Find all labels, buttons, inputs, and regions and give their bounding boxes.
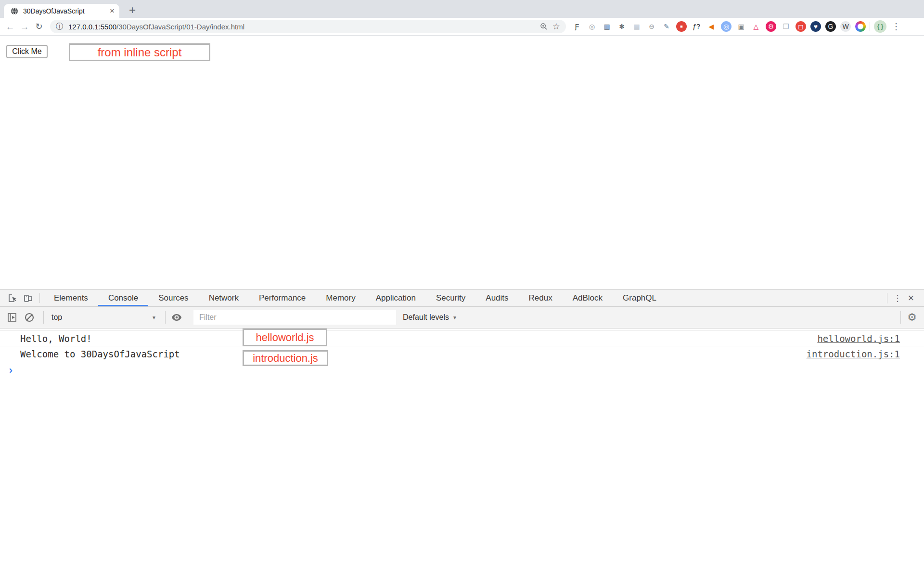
console-output: Hello, World! helloworld.js:1 Welcome to…	[0, 328, 924, 577]
atom-icon[interactable]: ◎	[587, 21, 597, 32]
stop-hand-icon[interactable]: ■	[676, 21, 687, 32]
devtools-tab-console[interactable]: Console	[98, 289, 148, 306]
live-expression-eye-icon[interactable]	[169, 311, 184, 324]
inline-script-output-box: from inline script	[69, 43, 210, 61]
dash-circle-icon[interactable]: ⊖	[646, 21, 657, 32]
devtools-tab-network[interactable]: Network	[199, 289, 249, 306]
devtools-menu-icon[interactable]: ⋮	[891, 293, 904, 303]
devtools-tab-redux[interactable]: Redux	[519, 289, 563, 306]
g-circle-icon[interactable]: G	[825, 21, 836, 32]
devtools-tab-adblock[interactable]: AdBlock	[563, 289, 613, 306]
address-bar[interactable]: ⓘ 127.0.0.1:5500/30DaysOfJavaScript/01-D…	[50, 20, 566, 33]
back-icon[interactable]: ←	[3, 22, 17, 31]
grid-icon[interactable]: ▦	[631, 21, 642, 32]
devtools-tab-memory[interactable]: Memory	[316, 289, 365, 306]
eyedropper-icon[interactable]: ✎	[661, 21, 672, 32]
toolbar-separator	[870, 22, 870, 31]
console-sidebar-icon[interactable]	[5, 312, 19, 323]
forward-icon[interactable]: →	[17, 22, 32, 31]
console-filter-input[interactable]	[193, 310, 396, 325]
reload-icon[interactable]: ↻	[32, 22, 46, 31]
url-host: 127.0.0.1:5500	[68, 23, 116, 31]
orb-icon[interactable]: ◎	[721, 21, 732, 32]
annotation-box-introduction: introduction.js	[243, 350, 328, 366]
devtools-close-icon[interactable]: ×	[904, 293, 918, 303]
click-me-button[interactable]: Click Me	[6, 45, 48, 58]
console-source-link[interactable]: helloworld.js:1	[817, 333, 900, 344]
tab-close-icon[interactable]: ×	[110, 7, 115, 15]
console-message-text: Welcome to 30DaysOfJavaScript	[20, 349, 807, 359]
chevron-down-icon: ▼	[152, 315, 156, 320]
clear-console-icon[interactable]	[22, 312, 37, 323]
execution-context-select[interactable]: top ▼	[48, 313, 161, 322]
devtools-tab-elements[interactable]: Elements	[44, 289, 98, 306]
bookmark-star-icon[interactable]: ☆	[552, 22, 560, 31]
levels-label: Default levels	[403, 313, 449, 322]
math-f-icon[interactable]: ƒ?	[691, 21, 702, 32]
browser-toolbar: ← → ↻ ⓘ 127.0.0.1:5500/30DaysOfJavaScrip…	[0, 18, 924, 36]
devtools-tab-security[interactable]: Security	[426, 289, 475, 306]
bug-icon[interactable]: ✱	[616, 21, 627, 32]
devtools-tab-audits[interactable]: Audits	[475, 289, 518, 306]
console-message-text: Hello, World!	[20, 333, 817, 344]
devtools-right-controls: ⋮ ×	[883, 289, 924, 306]
new-tab-button[interactable]: +	[125, 3, 140, 17]
console-source-link[interactable]: introduction.js:1	[807, 349, 900, 359]
rainbow-circle-icon[interactable]	[855, 21, 866, 32]
site-info-icon[interactable]: ⓘ	[56, 23, 64, 30]
log-levels-select[interactable]: Default levels ▼	[403, 313, 457, 322]
console-toolbar-separator	[165, 311, 166, 324]
gear-pink-icon[interactable]: ⚙	[766, 21, 776, 32]
tab-title: 30DaysOfJavaScript	[23, 7, 105, 15]
zoom-icon[interactable]	[540, 23, 548, 30]
fonts-ninja-icon[interactable]: Ƒ	[572, 21, 582, 32]
url-path: /30DaysOfJavaScript/01-Day/index.html	[116, 23, 244, 31]
globe-favicon-icon	[11, 7, 18, 15]
console-prompt-chevron-icon: ›	[8, 365, 14, 376]
extensions-row: Ƒ◎▥✱▦⊖✎■ƒ?◀◎▣△⚙❒◻♥GW	[572, 21, 866, 32]
page-content: Click Me from inline script	[0, 36, 924, 289]
camera-icon[interactable]: ▣	[736, 21, 746, 32]
browser-tab-strip: 30DaysOfJavaScript × +	[0, 0, 924, 18]
heart-search-icon[interactable]: ♥	[810, 21, 821, 32]
steps-icon[interactable]: ❒	[781, 21, 791, 32]
chevron-down-icon: ▼	[452, 315, 457, 320]
devtools-separator	[39, 293, 40, 303]
devtools-tab-bar: ElementsConsoleSourcesNetworkPerformance…	[0, 289, 924, 307]
console-prompt-row[interactable]: ›	[0, 362, 924, 379]
megaphone-icon[interactable]: ◀	[706, 21, 717, 32]
console-message-row: Welcome to 30DaysOfJavaScript introducti…	[0, 346, 924, 362]
url-text[interactable]: 127.0.0.1:5500/30DaysOfJavaScript/01-Day…	[68, 23, 535, 31]
console-message-row: Hello, World! helloworld.js:1	[0, 330, 924, 346]
devtools-tab-graphql[interactable]: GraphQL	[613, 289, 667, 306]
chrome-menu-icon[interactable]: ⋮	[891, 21, 901, 32]
devtools-separator	[887, 293, 887, 303]
devtools-panel: ElementsConsoleSourcesNetworkPerformance…	[0, 289, 924, 578]
context-selected-value: top	[51, 313, 62, 322]
profile-avatar[interactable]: { }	[874, 20, 886, 33]
console-toolbar-separator	[900, 311, 901, 324]
console-settings-gear-icon[interactable]: ⚙	[905, 312, 919, 323]
devtools-tab-performance[interactable]: Performance	[249, 289, 316, 306]
devtools-tab-application[interactable]: Application	[366, 289, 426, 306]
bookmark-red-icon[interactable]: ◻	[796, 21, 806, 32]
devtools-tabs: ElementsConsoleSourcesNetworkPerformance…	[44, 289, 667, 306]
device-toolbar-icon[interactable]	[20, 289, 36, 306]
console-toolbar: top ▼ Default levels ▼ ⚙	[0, 307, 924, 328]
console-toolbar-separator	[43, 311, 44, 324]
w-circle-icon[interactable]: W	[840, 21, 851, 32]
annotation-box-helloworld: helloworld.js	[243, 328, 327, 346]
inspect-element-icon[interactable]	[5, 289, 20, 306]
browser-tab[interactable]: 30DaysOfJavaScript ×	[4, 4, 119, 18]
columns-icon[interactable]: ▥	[602, 21, 612, 32]
prism-icon[interactable]: △	[751, 21, 761, 32]
devtools-tab-sources[interactable]: Sources	[148, 289, 198, 306]
